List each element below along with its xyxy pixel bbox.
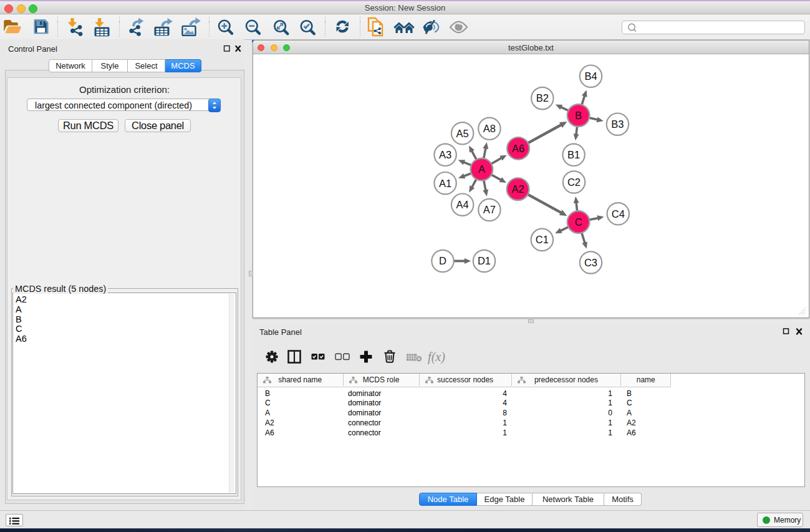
svg-text:C4: C4: [612, 208, 625, 220]
svg-text:A2: A2: [512, 183, 524, 195]
svg-text:A7: A7: [483, 204, 496, 215]
svg-text:B2: B2: [536, 92, 549, 104]
svg-text:A1: A1: [439, 178, 451, 189]
svg-text:A4: A4: [456, 199, 469, 210]
svg-text:A5: A5: [456, 128, 469, 139]
svg-text:f(x): f(x): [428, 350, 445, 364]
svg-text:C1: C1: [536, 234, 549, 245]
svg-text:C2: C2: [567, 177, 581, 188]
svg-text:A6: A6: [512, 143, 524, 154]
svg-text:C3: C3: [584, 257, 597, 268]
svg-text:C: C: [575, 216, 582, 228]
svg-text:B4: B4: [584, 70, 597, 82]
svg-text:A: A: [478, 163, 485, 175]
svg-text:D: D: [439, 255, 446, 266]
svg-text:B1: B1: [567, 149, 580, 160]
svg-text:A3: A3: [439, 149, 451, 160]
svg-text:D1: D1: [478, 255, 491, 266]
svg-text:B3: B3: [611, 118, 624, 130]
svg-text:A8: A8: [483, 123, 496, 134]
svg-text:B: B: [575, 110, 582, 121]
